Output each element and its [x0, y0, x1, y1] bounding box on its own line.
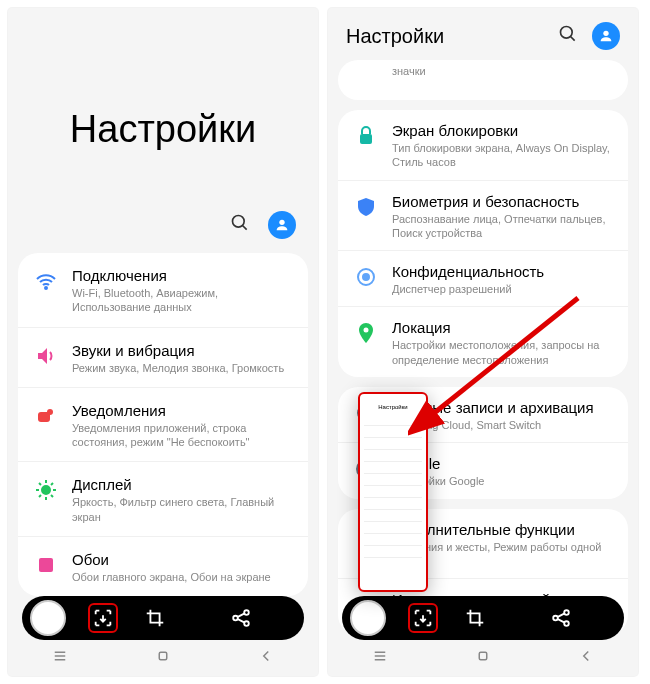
item-subtitle: Уведомления приложений, строка состояния…: [72, 421, 292, 450]
crop-button[interactable]: [460, 603, 490, 633]
item-title: Уведомления: [72, 402, 292, 419]
wallpaper-icon: [34, 553, 58, 577]
share-button[interactable]: [546, 603, 576, 633]
svg-point-0: [233, 216, 245, 228]
header: Настройки: [328, 8, 638, 60]
item-title: Обои: [72, 551, 292, 568]
svg-point-5: [47, 409, 53, 415]
item-title: Экран блокировки: [392, 122, 612, 139]
settings-list: Экран блокировки Тип блокировки экрана, …: [338, 110, 628, 377]
screenshot-thumbnail[interactable]: [30, 600, 66, 636]
screenshot-thumbnail[interactable]: [350, 600, 386, 636]
svg-rect-28: [360, 134, 372, 144]
item-title: Конфиденциальность: [392, 263, 612, 280]
phone-screenshot-left: Настройки Подключения Wi-Fi, Bluetooth, …: [8, 8, 318, 676]
svg-point-30: [363, 274, 369, 280]
page-title: Настройки: [346, 25, 544, 48]
wifi-icon: [34, 269, 58, 293]
display-icon: [34, 478, 58, 502]
svg-rect-24: [159, 652, 167, 660]
svg-line-14: [51, 483, 53, 485]
item-subtitle: значки: [392, 64, 612, 78]
page-title: Настройки: [8, 8, 318, 211]
item-title: Локация: [392, 319, 612, 336]
shield-icon: [354, 195, 378, 219]
svg-point-25: [561, 27, 573, 39]
item-subtitle: Тип блокировки экрана, Always On Display…: [392, 141, 612, 170]
svg-line-20: [237, 619, 244, 623]
recents-button[interactable]: [371, 647, 389, 669]
scroll-capture-button[interactable]: [88, 603, 118, 633]
item-title: Биометрия и безопасность: [392, 193, 612, 210]
item-subtitle: Диспетчер разрешений: [392, 282, 612, 296]
scroll-capture-button[interactable]: [408, 603, 438, 633]
settings-list-partial-top: значки: [338, 60, 628, 100]
notification-icon: [34, 404, 58, 428]
item-subtitle: Режим звука, Мелодия звонка, Громкость: [72, 361, 292, 375]
crop-button[interactable]: [140, 603, 170, 633]
svg-line-26: [571, 37, 575, 41]
android-nav-bar: [328, 646, 638, 670]
item-subtitle: Обои главного экрана, Обои на экране: [72, 570, 292, 584]
settings-item-display[interactable]: Дисплей Яркость, Фильтр синего света, Гл…: [18, 462, 308, 537]
settings-item-partial[interactable]: значки: [338, 60, 628, 100]
profile-avatar[interactable]: [592, 22, 620, 50]
svg-point-3: [45, 287, 47, 289]
svg-line-43: [557, 619, 564, 623]
android-nav-bar: [8, 646, 318, 670]
svg-point-2: [279, 220, 284, 225]
svg-point-6: [42, 486, 50, 494]
svg-point-27: [603, 31, 608, 36]
home-button[interactable]: [474, 647, 492, 669]
settings-item-sounds[interactable]: Звуки и вибрация Режим звука, Мелодия зв…: [18, 328, 308, 388]
svg-line-1: [243, 226, 247, 230]
screenshot-toolbar: [342, 596, 624, 640]
search-icon[interactable]: [558, 24, 578, 48]
svg-rect-47: [479, 652, 487, 660]
phone-screenshot-right: Настройки значки Экран бло: [328, 8, 638, 676]
settings-item-connections[interactable]: Подключения Wi-Fi, Bluetooth, Авиарежим,…: [18, 253, 308, 328]
item-subtitle: Распознавание лица, Отпечатки пальцев, П…: [392, 212, 612, 241]
home-button[interactable]: [154, 647, 172, 669]
svg-line-12: [51, 495, 53, 497]
privacy-icon: [354, 265, 378, 289]
settings-item-privacy[interactable]: Конфиденциальность Диспетчер разрешений: [338, 251, 628, 307]
svg-line-11: [39, 483, 41, 485]
lock-icon: [354, 124, 378, 148]
back-button[interactable]: [257, 647, 275, 669]
svg-line-19: [237, 613, 244, 617]
settings-list: Подключения Wi-Fi, Bluetooth, Авиарежим,…: [18, 253, 308, 596]
item-subtitle: Настройки местоположения, запросы на опр…: [392, 338, 612, 367]
item-title: Звуки и вибрация: [72, 342, 292, 359]
svg-line-13: [39, 495, 41, 497]
item-subtitle: Wi-Fi, Bluetooth, Авиарежим, Использован…: [72, 286, 292, 315]
settings-item-location[interactable]: Локация Настройки местоположения, запрос…: [338, 307, 628, 377]
svg-line-42: [557, 613, 564, 617]
screenshot-toolbar: [22, 596, 304, 640]
sound-icon: [34, 344, 58, 368]
search-icon[interactable]: [230, 213, 250, 237]
item-subtitle: Яркость, Фильтр синего света, Главный эк…: [72, 495, 292, 524]
scroll-capture-preview: Настройки: [358, 392, 428, 592]
svg-point-31: [364, 328, 369, 333]
item-title: Подключения: [72, 267, 292, 284]
recents-button[interactable]: [51, 647, 69, 669]
share-button[interactable]: [226, 603, 256, 633]
location-icon: [354, 321, 378, 345]
settings-item-biometrics[interactable]: Биометрия и безопасность Распознавание л…: [338, 181, 628, 252]
settings-item-notifications[interactable]: Уведомления Уведомления приложений, стро…: [18, 388, 308, 463]
back-button[interactable]: [577, 647, 595, 669]
preview-title: Настройки: [364, 404, 422, 410]
profile-avatar[interactable]: [268, 211, 296, 239]
item-title: Дисплей: [72, 476, 292, 493]
svg-rect-15: [39, 558, 53, 572]
blank-icon: [354, 66, 378, 90]
settings-item-wallpaper[interactable]: Обои Обои главного экрана, Обои на экран…: [18, 537, 308, 596]
settings-item-lockscreen[interactable]: Экран блокировки Тип блокировки экрана, …: [338, 110, 628, 181]
header-actions: [8, 211, 318, 253]
